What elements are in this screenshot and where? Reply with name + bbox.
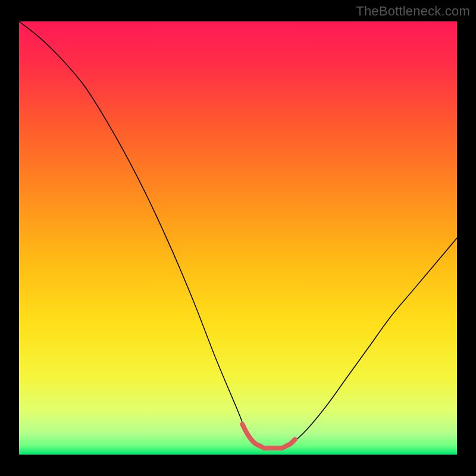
plot-area <box>19 21 457 455</box>
bottleneck-chart <box>19 21 457 455</box>
chart-canvas: TheBottleneck.com <box>0 0 476 476</box>
watermark-text: TheBottleneck.com <box>356 4 470 19</box>
